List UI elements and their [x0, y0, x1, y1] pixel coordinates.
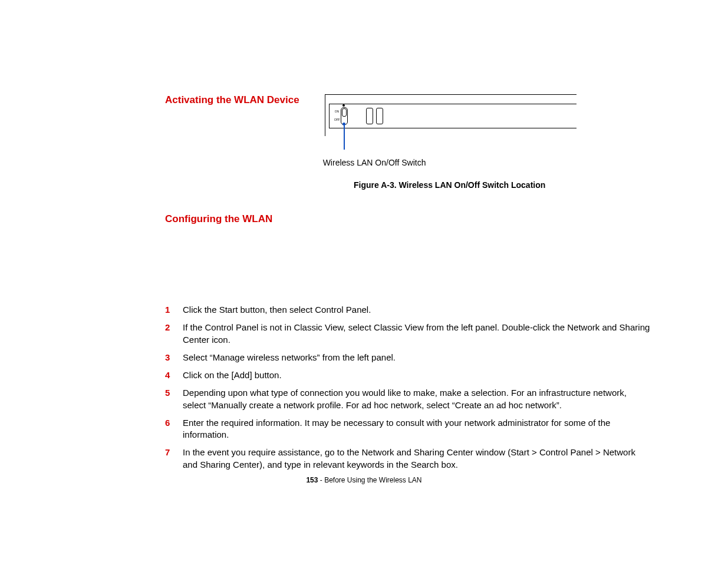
- step-text: Depending upon what type of connection y…: [183, 388, 627, 409]
- document-page: Activating the WLAN Device ON OFF Wirele…: [0, 0, 728, 471]
- page-footer: 153 - Before Using the Wireless LAN: [0, 476, 728, 484]
- page-number: 153: [306, 476, 318, 484]
- footer-section-title: Before Using the Wireless LAN: [324, 476, 421, 484]
- figure-callout: Wireless LAN On/Off Switch: [323, 158, 426, 167]
- figure-caption: Figure A-3. Wireless LAN On/Off Switch L…: [323, 180, 577, 190]
- step-text: If the Control Panel is not in Classic V…: [183, 322, 650, 344]
- configuring-section: Configuring the WLAN Click the Start but…: [165, 213, 651, 471]
- port-icon: [376, 108, 383, 124]
- step-text: In the event you require assistance, go …: [183, 447, 635, 469]
- callout-line-icon: [344, 124, 345, 150]
- switch-led-icon: [342, 104, 345, 107]
- figure-column: ON OFF Wireless LAN On/Off Switch Figure…: [323, 94, 577, 190]
- heading-activating: Activating the WLAN Device: [165, 94, 299, 106]
- switch-label-off: OFF: [334, 118, 340, 121]
- step-text: Enter the required information. It may b…: [183, 418, 610, 439]
- step-text: Select “Manage wireless networks” from t…: [183, 352, 396, 362]
- heading-configuring: Configuring the WLAN: [165, 213, 651, 225]
- port-icon: [366, 108, 373, 124]
- list-item: Select “Manage wireless networks” from t…: [165, 352, 651, 363]
- switch-knob-icon: [342, 108, 347, 117]
- list-item: In the event you require assistance, go …: [165, 447, 651, 471]
- list-item: Enter the required information. It may b…: [165, 417, 651, 441]
- list-item: Depending upon what type of connection y…: [165, 387, 651, 411]
- step-text: Click on the [Add] button.: [183, 370, 282, 380]
- footer-sep: -: [318, 476, 324, 484]
- list-item: Click on the [Add] button.: [165, 369, 651, 381]
- activating-row: Activating the WLAN Device ON OFF Wirele…: [165, 94, 651, 190]
- steps-list: Click the Start button, then select Cont…: [165, 304, 651, 471]
- list-item: If the Control Panel is not in Classic V…: [165, 322, 651, 346]
- intro-spacer: [165, 225, 651, 296]
- list-item: Click the Start button, then select Cont…: [165, 304, 651, 316]
- figure-wlan-switch: ON OFF: [323, 94, 577, 140]
- switch-label-on: ON: [335, 110, 340, 113]
- step-text: Click the Start button, then select Cont…: [183, 305, 371, 315]
